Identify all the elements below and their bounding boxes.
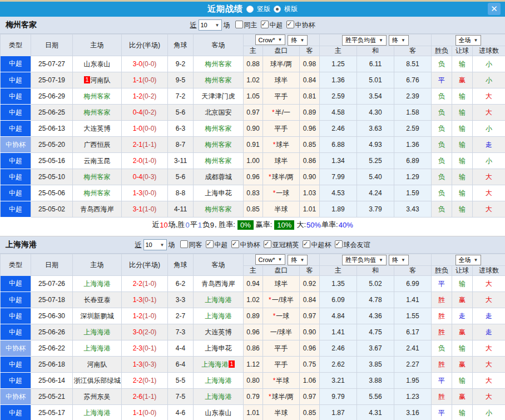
fulltime-score: 1-1 <box>133 76 142 84</box>
cell-euro-draw-odds: 3.85 <box>357 357 394 373</box>
handicap-text: 平手 <box>275 344 288 352</box>
home-team-name: 梅州客家 <box>84 108 111 116</box>
cell-away-team: 上海海港 <box>194 308 244 324</box>
checkbox-中协杯[interactable] <box>231 240 239 248</box>
cell-league-type: 中超 <box>1 292 31 308</box>
col-euro-away: 客 <box>394 46 432 56</box>
table-row: 中超25-05-02青岛西海岸3-1(1-0)4-11梅州客家0.85半球1.0… <box>1 201 505 218</box>
cell-euro-away-odds: 1.23 <box>394 389 432 405</box>
checkbox-中超[interactable] <box>206 240 214 248</box>
checkbox-同客[interactable] <box>180 240 188 248</box>
checkbox-同主[interactable] <box>235 21 243 28</box>
cell-score: 1-3(0-3) <box>122 357 168 373</box>
results-table: 类型 日期 主场 比分(半场) 角球 客场 Crow*▼终▼ 胜平负均值▼终▼ … <box>0 34 505 218</box>
recent-count-select[interactable]: 10▼ <box>143 239 167 250</box>
cell-date: 25-05-21 <box>31 389 73 405</box>
summary-part: , 胜率: <box>215 220 235 230</box>
cell-away-team: 青岛西海岸 <box>194 276 244 292</box>
checkbox-亚冠精英[interactable] <box>264 240 271 248</box>
halftime-score: (0-2) <box>142 92 156 100</box>
checkbox-label[interactable]: 同客 <box>189 241 202 249</box>
table-row: 中超25-06-13大连英博1-0(0-0)6-3梅州客家0.90平手0.962… <box>1 121 505 137</box>
cell-away-team: 梅州客家 <box>194 121 244 137</box>
star-icon: * <box>273 141 276 149</box>
cell-winlose-result: 负 <box>432 185 452 201</box>
scope-select[interactable]: 全场▼ <box>456 35 482 46</box>
cell-away-team: 上海海港1 <box>194 357 244 373</box>
cell-goals-result: 大 <box>473 340 505 357</box>
fulltime-score: 2-6 <box>133 393 142 401</box>
cell-goals-result: 小 <box>473 121 505 137</box>
cell-goals-result: 大 <box>473 389 505 405</box>
cell-euro-draw-odds: 4.75 <box>357 324 394 340</box>
checkbox-中超杯[interactable] <box>303 240 310 248</box>
handicap-text: 平手 <box>275 92 288 100</box>
cell-corners: 8-7 <box>168 137 194 153</box>
euro-final-select[interactable]: 终▼ <box>389 255 409 265</box>
odds-avg-select[interactable]: 胜平负均值▼ <box>342 255 387 265</box>
cell-euro-away-odds: 6.17 <box>394 324 432 340</box>
table-row: 中超25-06-29梅州客家1-2(0-2)7-2天津津门虎1.05平手0.81… <box>1 88 505 105</box>
cell-corners: 8-8 <box>168 185 194 201</box>
cell-handicap-result: 输 <box>452 373 473 389</box>
scope-select[interactable]: 全场▼ <box>456 255 482 265</box>
checkbox-label[interactable]: 同主 <box>244 21 258 29</box>
checkbox-中超[interactable] <box>261 21 269 28</box>
cell-away-team: 梅州客家 <box>194 137 244 153</box>
star-icon: * <box>269 296 271 304</box>
checkbox-label[interactable]: 中协杯 <box>295 21 315 29</box>
odds-avg-select[interactable]: 胜平负均值▼ <box>342 35 387 46</box>
radio-horizontal-layout[interactable] <box>274 6 281 13</box>
close-icon[interactable]: ✕ <box>488 3 501 15</box>
summary-part: 单率: <box>321 220 338 230</box>
halftime-score: (1-1) <box>142 141 156 149</box>
home-team-name: 上海海港 <box>84 280 111 288</box>
checkbox-label[interactable]: 中超 <box>270 21 283 29</box>
bookmaker-select[interactable]: Crow*▼ <box>255 254 286 265</box>
cell-asian-away-odds: 0.85 <box>300 405 320 420</box>
summary-part: 50% <box>306 221 321 229</box>
cell-date: 25-05-17 <box>31 405 73 420</box>
cell-euro-away-odds: 1.95 <box>394 373 432 389</box>
radio-vertical-layout[interactable] <box>246 6 254 13</box>
euro-final-select[interactable]: 终▼ <box>389 35 409 46</box>
cell-euro-home-odds: 2.59 <box>320 88 357 105</box>
near-label[interactable]: 近 <box>190 21 197 30</box>
cell-asian-home-odds: 1.05 <box>244 88 263 105</box>
cell-asian-away-odds: 0.75 <box>300 357 320 373</box>
halftime-score: (1-0) <box>142 205 156 213</box>
checkbox-球会友谊[interactable] <box>335 240 343 248</box>
checkbox-中协杯[interactable] <box>286 21 294 28</box>
checkbox-label[interactable]: 亚冠精英 <box>273 241 299 249</box>
radio-horizontal-label[interactable]: 横版 <box>284 4 298 14</box>
asian-final-select[interactable]: 终▼ <box>288 255 308 265</box>
bookmaker-select[interactable]: Crow*▼ <box>255 34 286 45</box>
asian-final-select[interactable]: 终▼ <box>288 35 308 46</box>
cell-euro-away-odds: 2.41 <box>394 340 432 357</box>
checkbox-label[interactable]: 球会友谊 <box>344 241 370 249</box>
cell-date: 25-07-19 <box>31 72 73 88</box>
cell-euro-home-odds: 1.35 <box>320 276 357 292</box>
section-divider <box>0 232 505 236</box>
recent-count-select[interactable]: 10▼ <box>199 19 222 31</box>
cell-home-team: 深圳新鹏城 <box>73 308 122 324</box>
cell-winlose-result: 平 <box>432 72 452 88</box>
cell-euro-draw-odds: 6.11 <box>357 56 394 72</box>
radio-vertical-label[interactable]: 竖版 <box>257 4 270 14</box>
cell-euro-home-odds: 1.87 <box>320 405 357 420</box>
col-away: 客场 <box>194 254 244 276</box>
near-label[interactable]: 近 <box>135 240 142 250</box>
cell-winlose-result: 胜 <box>432 308 452 324</box>
cell-asian-home-odds: 0.90 <box>244 121 263 137</box>
cell-asian-away-odds: 0.86 <box>300 153 320 169</box>
cell-asian-home-odds: 0.89 <box>244 308 263 324</box>
checkbox-label[interactable]: 中协杯 <box>240 241 260 249</box>
halftime-score: (0-0) <box>142 60 156 68</box>
checkbox-label[interactable]: 中超杯 <box>311 241 331 249</box>
cell-score: 1-3(0-0) <box>122 185 168 201</box>
cell-winlose-result: 负 <box>432 340 452 357</box>
table-row: 中超25-06-26上海海港3-0(2-0)7-3大连英博0.96一/球半0.9… <box>1 324 505 340</box>
cell-handicap: 球半 <box>263 153 300 169</box>
checkbox-label[interactable]: 中超 <box>215 241 228 249</box>
asian-odds-group: Crow*▼终▼ <box>244 34 320 46</box>
